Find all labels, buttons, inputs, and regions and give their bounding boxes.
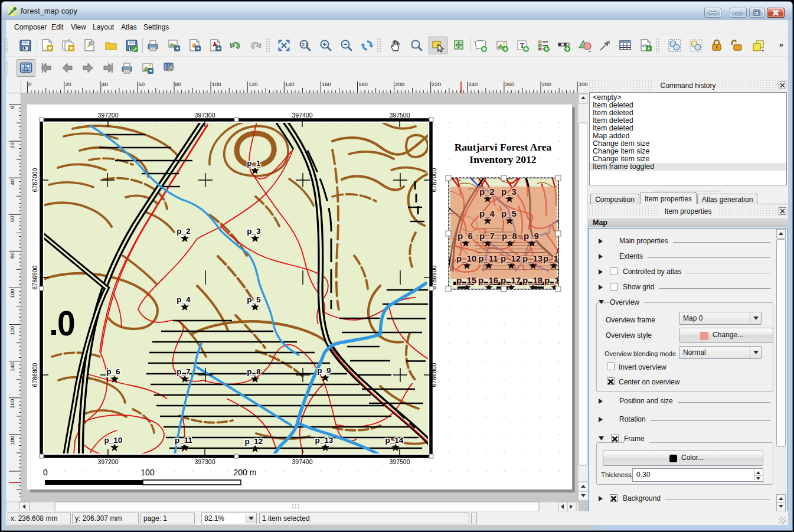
- svg-text:p_6: p_6: [458, 231, 473, 241]
- svg-text:160: 160: [322, 81, 331, 87]
- svg-text:240: 240: [468, 81, 478, 87]
- svg-text:397300: 397300: [194, 458, 215, 465]
- svg-text:0: 0: [9, 106, 15, 109]
- svg-text:180: 180: [358, 81, 368, 87]
- svg-text:397400: 397400: [292, 112, 312, 119]
- svg-text:p_17: p_17: [501, 275, 521, 285]
- svg-text:p_3: p_3: [247, 227, 261, 236]
- svg-text:100: 100: [140, 468, 155, 477]
- svg-text:p_16: p_16: [478, 275, 498, 285]
- svg-text:p_12: p_12: [501, 253, 521, 263]
- svg-text:0: 0: [57, 303, 76, 343]
- svg-text:40: 40: [102, 81, 108, 87]
- svg-text:p_7: p_7: [177, 367, 190, 376]
- svg-text:1:1: 1:1: [302, 43, 308, 47]
- svg-text:p_11: p_11: [175, 436, 193, 445]
- svg-text:p_4: p_4: [479, 208, 495, 218]
- svg-text:300: 300: [579, 81, 588, 87]
- svg-text:200 m: 200 m: [234, 468, 257, 477]
- svg-text:p_9: p_9: [317, 366, 331, 375]
- svg-text:p_5: p_5: [247, 295, 261, 304]
- svg-text:60: 60: [138, 81, 145, 87]
- svg-text:p_13: p_13: [315, 436, 334, 445]
- svg-text:80: 80: [9, 252, 15, 259]
- svg-text:20: 20: [9, 142, 15, 149]
- svg-text:120: 120: [9, 326, 15, 335]
- svg-text:280: 280: [542, 81, 551, 87]
- svg-text:p_13: p_13: [522, 253, 543, 263]
- svg-text:397300: 397300: [194, 112, 215, 119]
- svg-text:60: 60: [9, 216, 15, 222]
- svg-text:p_5: p_5: [501, 208, 517, 218]
- svg-text:20: 20: [65, 81, 71, 87]
- svg-text:p_10: p_10: [456, 253, 476, 263]
- svg-text:p_15: p_15: [456, 275, 476, 285]
- svg-text:p_8: p_8: [247, 367, 261, 376]
- svg-text:120: 120: [249, 81, 258, 87]
- svg-text:140: 140: [285, 81, 295, 87]
- svg-text:Rautjarvi Forest Area: Rautjarvi Forest Area: [455, 141, 552, 153]
- svg-text:260: 260: [505, 81, 514, 87]
- svg-text:397500: 397500: [389, 112, 410, 119]
- svg-text:p_7: p_7: [479, 231, 495, 241]
- svg-text:p_1: p_1: [247, 159, 261, 168]
- svg-text:200: 200: [395, 81, 404, 87]
- svg-text:p_4: p_4: [177, 295, 191, 304]
- svg-text:397200: 397200: [97, 112, 118, 119]
- svg-text:397400: 397400: [292, 458, 312, 465]
- svg-text:100: 100: [9, 289, 15, 299]
- svg-text:p_2: p_2: [177, 227, 190, 236]
- svg-text:397500: 397500: [389, 458, 410, 465]
- svg-text:p_18: p_18: [522, 275, 543, 285]
- svg-text:p_8: p_8: [502, 231, 517, 241]
- svg-text:100: 100: [212, 81, 221, 87]
- svg-text:220: 220: [432, 81, 441, 87]
- svg-text:180: 180: [9, 436, 15, 445]
- svg-text:160: 160: [9, 399, 15, 409]
- svg-text:6786800: 6786800: [31, 363, 38, 387]
- svg-text:40: 40: [9, 179, 15, 185]
- svg-text:p_11: p_11: [478, 253, 498, 263]
- svg-text:p_14: p_14: [385, 436, 404, 445]
- svg-text:0: 0: [28, 81, 31, 87]
- svg-text:p_6: p_6: [106, 367, 120, 376]
- svg-text:140: 140: [9, 363, 15, 372]
- svg-text:0: 0: [43, 468, 48, 477]
- svg-text:6786900: 6786900: [31, 265, 38, 289]
- svg-text:80: 80: [175, 81, 182, 87]
- svg-text:p_9: p_9: [524, 231, 539, 241]
- svg-text:6787000: 6787000: [31, 168, 38, 192]
- svg-text:p_10: p_10: [104, 436, 123, 445]
- svg-text:p_2: p_2: [479, 187, 495, 197]
- svg-text:Inventory 2012: Inventory 2012: [469, 154, 536, 165]
- svg-text:p_12: p_12: [245, 437, 263, 446]
- svg-text:p_3: p_3: [501, 187, 517, 197]
- svg-text:397200: 397200: [97, 458, 118, 465]
